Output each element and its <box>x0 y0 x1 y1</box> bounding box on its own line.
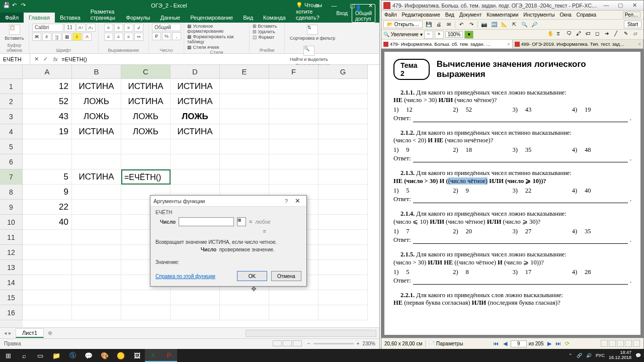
doctab-1[interactable]: 479- Информатика. Больш. сб. тем. задан.… <box>381 40 513 48</box>
fx-icon[interactable]: fx <box>51 56 60 62</box>
print-icon[interactable]: 🖨 <box>435 21 443 29</box>
underline-button[interactable]: Ч <box>52 33 61 41</box>
cell-B9[interactable] <box>72 200 121 215</box>
find-icon[interactable]: 🔍 <box>520 21 528 29</box>
file-explorer-icon[interactable]: 📁 <box>48 349 64 362</box>
align-top-icon[interactable]: ≡ <box>104 24 113 32</box>
last-page-icon[interactable]: ⏭ <box>555 340 562 347</box>
function-help-link[interactable]: Справка по этой функции <box>155 274 233 279</box>
col-header-F[interactable]: F <box>269 65 318 79</box>
cell-D16[interactable] <box>171 305 220 320</box>
dialog-help-icon[interactable]: ? <box>281 198 292 204</box>
cond-format-button[interactable]: ▦ Условное форматирование <box>187 24 246 34</box>
align-bot-icon[interactable]: ≡ <box>124 24 133 32</box>
cell-E15[interactable] <box>220 290 269 305</box>
pdf-maximize-button[interactable]: ▢ <box>613 2 627 9</box>
excel-taskbar-icon[interactable]: X <box>145 349 161 362</box>
cell-B5[interactable] <box>72 139 121 154</box>
row-header-7[interactable]: 7 <box>0 169 23 185</box>
cell-F4[interactable] <box>269 124 318 139</box>
tab-data[interactable]: Данные <box>155 13 185 23</box>
row-header-2[interactable]: 2 <box>0 94 23 109</box>
clock[interactable]: 18:47 16.12.2018 <box>609 350 631 360</box>
pencil-tool-icon[interactable]: ✎ <box>624 31 632 39</box>
export-icon[interactable]: ⇱ <box>510 21 518 29</box>
cell-B2[interactable]: ЛОЖЬ <box>72 94 121 109</box>
email-icon[interactable]: ✉ <box>445 21 453 29</box>
zoom-tool-icon[interactable]: 🔍 Увеличение ▾ <box>383 32 423 37</box>
border-button[interactable]: ▦ <box>62 33 71 41</box>
hand-tool-icon[interactable]: ✋ <box>547 31 555 39</box>
tab-review[interactable]: Рецензирование <box>185 13 238 23</box>
row-header-1[interactable]: 1 <box>0 79 23 94</box>
arrow-tool-icon[interactable]: ➔ <box>605 31 613 39</box>
redo-icon[interactable]: ↷ <box>21 2 28 9</box>
zoom-out-button[interactable]: − <box>424 31 433 39</box>
tab-view[interactable]: Вид <box>238 13 258 23</box>
cell-E7[interactable] <box>220 169 269 185</box>
cell-F3[interactable] <box>269 109 318 124</box>
cell-G2[interactable] <box>318 94 368 109</box>
italic-button[interactable]: К <box>42 33 51 41</box>
cell-A8[interactable]: 9 <box>23 185 72 200</box>
cell-D4[interactable]: ИСТИНА <box>171 124 220 139</box>
cell-B8[interactable] <box>72 185 121 200</box>
notifications-icon[interactable]: 💬 <box>635 353 641 358</box>
cell-C7[interactable]: =ЕЧЁТН() <box>121 169 171 185</box>
sort-filter-button[interactable]: ⇅Сортировка и фильтр <box>288 24 337 42</box>
cell-B12[interactable] <box>72 245 121 260</box>
refresh-icon[interactable]: ⟳ <box>564 340 571 347</box>
cell-G6[interactable] <box>318 154 368 169</box>
zoom-value[interactable]: 230% <box>362 341 375 346</box>
search-icon[interactable]: 🔎 <box>530 21 538 29</box>
fill-color-button[interactable]: ◊ <box>72 33 82 41</box>
arg-input[interactable] <box>179 217 234 226</box>
cell-A15[interactable] <box>23 290 72 305</box>
cell-B1[interactable]: ИСТИНА <box>72 79 121 94</box>
tab-file[interactable]: Файл <box>0 13 24 23</box>
cell-styles-button[interactable]: ▦ Стили ячеек <box>187 45 219 50</box>
next-page-icon[interactable]: ▶ <box>546 340 553 347</box>
pdf-rightpane[interactable]: Рел… <box>623 12 640 18</box>
line-tool-icon[interactable]: ╱ <box>614 31 622 39</box>
language-indicator[interactable]: РУС <box>596 353 605 358</box>
col-header-E[interactable]: E <box>220 65 269 79</box>
cell-B6[interactable] <box>72 154 121 169</box>
cell-G9[interactable] <box>318 200 368 215</box>
cell-B13[interactable] <box>72 260 121 275</box>
discord-icon[interactable]: 💬 <box>80 349 97 362</box>
tab-home[interactable]: Главная <box>24 13 55 23</box>
network-icon[interactable]: 🔗 <box>577 353 582 358</box>
row-header-3[interactable]: 3 <box>0 109 23 124</box>
cell-D3[interactable]: ЛОЖЬ <box>171 109 220 124</box>
cell-A11[interactable] <box>23 230 72 245</box>
cell-C5[interactable] <box>121 139 171 154</box>
cell-B11[interactable] <box>72 230 121 245</box>
zoom-in-button[interactable]: + <box>435 31 444 39</box>
cell-G10[interactable] <box>318 215 368 230</box>
cell-A9[interactable]: 22 <box>23 200 72 215</box>
cell-F1[interactable] <box>269 79 318 94</box>
row-header-8[interactable]: 8 <box>0 185 23 200</box>
menu-tools[interactable]: Инструменты <box>523 12 554 18</box>
note-tool-icon[interactable]: 🗨 <box>567 31 575 39</box>
cell-G7[interactable] <box>318 169 368 185</box>
align-left-icon[interactable]: ≡ <box>104 33 113 41</box>
zoom-fit-icon[interactable]: ● <box>464 31 473 39</box>
cell-A3[interactable]: 43 <box>23 109 72 124</box>
select-tool-icon[interactable]: Ɪ <box>557 31 565 39</box>
params-button[interactable]: 📄 Параметры <box>429 341 463 346</box>
start-button[interactable]: Start <box>624 21 641 28</box>
col-header-G[interactable]: G <box>318 65 368 79</box>
row-header-13[interactable]: 13 <box>0 260 23 275</box>
dialog-close-icon[interactable]: ✕ <box>292 197 303 205</box>
zoom-value[interactable]: 100% <box>445 31 463 38</box>
zoom-in-icon[interactable]: + <box>357 341 360 346</box>
cell-C15[interactable] <box>121 290 171 305</box>
tab-insert[interactable]: Вставка <box>55 13 86 23</box>
cell-D15[interactable] <box>171 290 220 305</box>
cell-A7[interactable]: 5 <box>23 169 72 185</box>
cell-E2[interactable] <box>220 94 269 109</box>
undo-icon[interactable]: ↶ <box>12 2 19 9</box>
cell-G16[interactable] <box>318 305 368 320</box>
